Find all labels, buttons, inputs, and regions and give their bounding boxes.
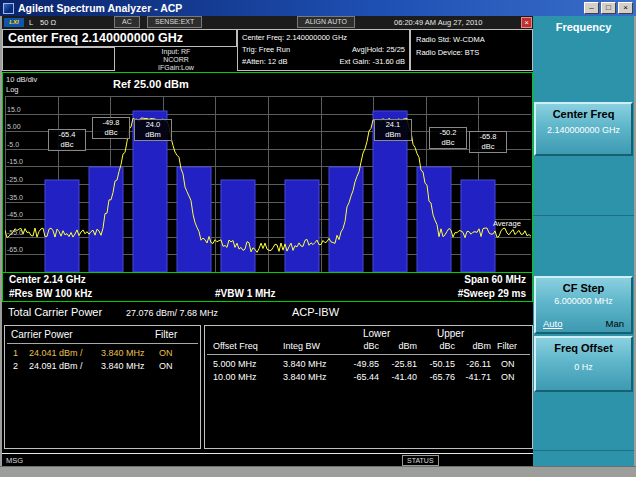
col-header: dBm bbox=[457, 340, 491, 352]
marker-annotation: 24.0 dBm bbox=[134, 119, 172, 141]
y-axis-tick: -15.0 bbox=[7, 158, 23, 165]
impedance-indicator: 50 Ω bbox=[40, 18, 56, 27]
freq-offset-softkey[interactable]: Freq Offset 0 Hz bbox=[534, 336, 633, 392]
ncorr-line: NCORR bbox=[115, 56, 237, 64]
y-axis-tick: 15.0 bbox=[7, 106, 21, 113]
filter-header: Filter bbox=[155, 329, 177, 340]
col-header: Offset Freq bbox=[213, 340, 258, 352]
menu-separator bbox=[533, 450, 634, 451]
ext-gain-setting: Ext Gain: -31.60 dB bbox=[340, 56, 405, 68]
close-message-icon[interactable]: × bbox=[521, 17, 532, 28]
sweep-footer: #Sweep 29 ms bbox=[458, 287, 526, 301]
trace-mode-label: Average bbox=[493, 219, 521, 228]
span-footer: Span 60 MHz bbox=[464, 273, 526, 287]
menu-separator bbox=[533, 215, 634, 216]
center-freq-footer: Center 2.14 GHz bbox=[9, 273, 86, 287]
align-indicator: ALIGN AUTO bbox=[297, 16, 355, 28]
status-row: MSG STATUS bbox=[2, 453, 533, 466]
marker-annotation: -50.2 dBc bbox=[429, 127, 467, 149]
atten-setting: #Atten: 12 dB bbox=[242, 56, 287, 68]
ref-level: Ref 25.00 dBm bbox=[113, 78, 189, 90]
col-header: dBm bbox=[383, 340, 417, 352]
marker-annotation: -65.4 dBc bbox=[48, 129, 86, 151]
sense-indicator: SENSE:EXT bbox=[147, 16, 202, 28]
input-info: Input: RF NCORR IFGain:Low bbox=[115, 47, 237, 71]
res-bw-footer: #Res BW 100 kHz bbox=[9, 287, 92, 301]
titlebar: Agilent Spectrum Analyzer - ACP – □ × bbox=[0, 0, 636, 16]
auto-toggle[interactable]: Auto bbox=[543, 318, 563, 329]
datetime: 06:20:49 AM Aug 27, 2010 bbox=[394, 18, 482, 27]
instrument-status-strip: LXI L 50 Ω AC SENSE:EXT ALIGN AUTO 06:20… bbox=[2, 16, 533, 29]
lxi-badge: LXI bbox=[4, 18, 24, 27]
main-area: LXI L 50 Ω AC SENSE:EXT ALIGN AUTO 06:20… bbox=[2, 16, 533, 466]
line-indicator: L bbox=[29, 18, 33, 27]
marker-annotation: 24.1 dBm bbox=[374, 119, 412, 141]
marker-annotation: -65.8 dBc bbox=[469, 131, 507, 153]
radio-std: Radio Std: W-CDMA bbox=[416, 33, 527, 46]
status-label: STATUS bbox=[402, 455, 439, 466]
spectrum-svg bbox=[5, 96, 531, 272]
upper-group-header: Upper bbox=[437, 328, 464, 339]
col-header: dBc bbox=[421, 340, 455, 352]
app-window: Agilent Spectrum Analyzer - ACP – □ × LX… bbox=[0, 0, 636, 477]
y-axis-tick: -5.0 bbox=[7, 141, 19, 148]
scale-per-div: 10 dB/div bbox=[6, 75, 37, 84]
ifgain-line: IFGain:Low bbox=[115, 64, 237, 72]
scale-type: Log bbox=[6, 85, 19, 94]
msg-label: MSG bbox=[6, 456, 23, 465]
trigger-setting: Trig: Free Run bbox=[242, 44, 290, 56]
input-line: Input: RF bbox=[115, 48, 237, 56]
y-axis-tick: -55.0 bbox=[7, 229, 23, 236]
coupling-indicator: AC bbox=[114, 16, 140, 28]
radio-box: Radio Std: W-CDMA Radio Device: BTS bbox=[410, 29, 533, 71]
measurement-box bbox=[2, 47, 115, 71]
close-button[interactable]: × bbox=[618, 2, 633, 14]
carrier-power-header: Carrier Power bbox=[11, 329, 73, 340]
y-axis-tick: -65.0 bbox=[7, 246, 23, 253]
app-icon bbox=[3, 3, 14, 14]
y-axis-tick: -35.0 bbox=[7, 194, 23, 201]
spectrum-display: 10 dB/div Log Ref 25.00 dBm 15.0 5.00 -5… bbox=[2, 72, 533, 302]
maximize-button[interactable]: □ bbox=[601, 2, 616, 14]
lower-group-header: Lower bbox=[363, 328, 390, 339]
col-header: dBc bbox=[345, 340, 379, 352]
menu-title: Frequency bbox=[533, 21, 634, 33]
minimize-button[interactable]: – bbox=[584, 2, 599, 14]
y-axis-tick: -45.0 bbox=[7, 211, 23, 218]
center-freq-softkey[interactable]: Center Freq 2.140000000 GHz bbox=[534, 102, 633, 156]
col-header: Integ BW bbox=[283, 340, 320, 352]
man-toggle[interactable]: Man bbox=[606, 318, 624, 329]
carrier-power-table: Carrier Power Filter 1 24.041 dBm / 3.84… bbox=[4, 325, 201, 449]
graph-footer: Center 2.14 GHz Span 60 MHz #Res BW 100 … bbox=[3, 272, 532, 301]
window-title: Agilent Spectrum Analyzer - ACP bbox=[18, 2, 182, 14]
avg-hold-setting: Avg|Hold: 25/25 bbox=[352, 44, 405, 56]
center-freq-setting: Center Freq: 2.140000000 GHz bbox=[242, 32, 347, 44]
acp-offset-table: Lower Upper Offset Freq Integ BW dBc dBm… bbox=[204, 325, 533, 449]
radio-device: Radio Device: BTS bbox=[416, 46, 527, 59]
marker-annotation: -49.8 dBc bbox=[92, 117, 130, 139]
total-carrier-power-label: Total Carrier Power bbox=[8, 306, 102, 318]
col-header: Filter bbox=[497, 340, 517, 352]
settings-box: Center Freq: 2.140000000 GHz Trig: Free … bbox=[237, 29, 410, 71]
cf-step-softkey[interactable]: CF Step 6.000000 MHz Auto Man bbox=[534, 276, 633, 334]
y-axis-tick: 5.00 bbox=[7, 123, 21, 130]
window-bottom-edge bbox=[0, 466, 636, 477]
center-freq-readout: Center Freq 2.140000000 GHz bbox=[2, 29, 237, 47]
acp-ibw-label: ACP-IBW bbox=[292, 306, 339, 318]
total-carrier-power-value: 27.076 dBm/ 7.68 MHz bbox=[126, 308, 218, 318]
softkey-menu: Frequency Center Freq 2.140000000 GHz CF… bbox=[533, 16, 634, 466]
vbw-footer: #VBW 1 MHz bbox=[215, 287, 276, 301]
y-axis-tick: -25.0 bbox=[7, 176, 23, 183]
